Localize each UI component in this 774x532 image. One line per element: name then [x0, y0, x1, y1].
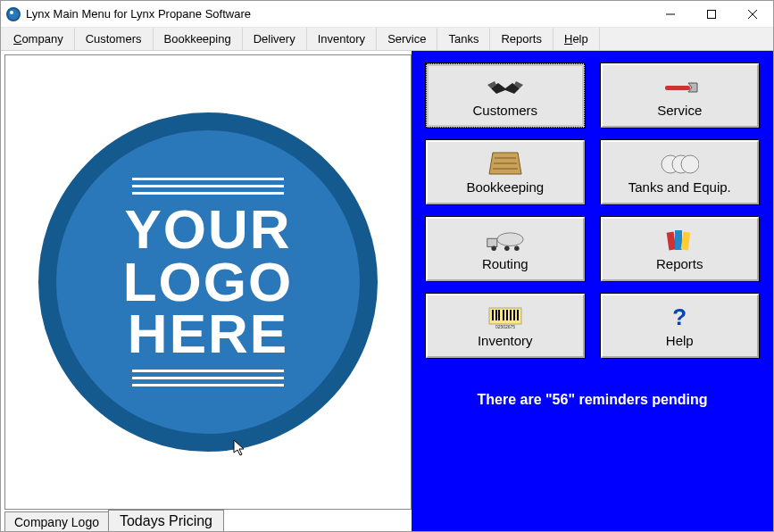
main-area: YOUR LOGO HERE Company Logo Todays Prici… — [1, 51, 773, 532]
handshake-icon — [486, 74, 525, 101]
svg-rect-20 — [675, 230, 682, 250]
help-button[interactable]: ? Help — [601, 294, 760, 358]
reports-button-label: Reports — [656, 256, 703, 271]
bookkeeping-button[interactable]: Bookkeeping — [426, 140, 585, 204]
routing-button-label: Routing — [482, 256, 528, 271]
logo-text-line3: HERE — [123, 308, 294, 361]
tab-company-logo[interactable]: Company Logo — [4, 511, 109, 532]
svg-rect-3 — [708, 10, 716, 18]
barcode-icon: 02502675 — [486, 304, 525, 331]
service-button[interactable]: Service — [601, 63, 760, 128]
svg-point-18 — [514, 245, 520, 251]
service-button-label: Service — [657, 103, 702, 118]
svg-point-15 — [497, 232, 523, 245]
svg-point-1 — [10, 11, 13, 14]
menu-reports[interactable]: Reports — [490, 28, 553, 50]
menu-bar: Company Customers Bookkeeping Delivery I… — [1, 28, 773, 51]
bookkeeping-button-label: Bookkeeping — [466, 179, 544, 195]
books-icon — [660, 228, 699, 254]
logo-text-line1: YOUR — [123, 204, 294, 256]
customers-button[interactable]: Customers — [426, 63, 585, 128]
tanks-button-label: Tanks and Equip. — [628, 179, 731, 195]
title-bar: Lynx Main Menu for Lynx Propane Software — [1, 1, 773, 28]
menu-service[interactable]: Service — [377, 28, 437, 50]
svg-rect-19 — [667, 231, 677, 250]
window-title: Lynx Main Menu for Lynx Propane Software — [26, 7, 251, 21]
close-button[interactable] — [732, 1, 773, 28]
maximize-button[interactable] — [691, 1, 732, 28]
help-button-label: Help — [666, 333, 694, 348]
menu-bookkeeping[interactable]: Bookkeeping — [154, 28, 243, 50]
inventory-button[interactable]: 02502675 Inventory — [426, 294, 585, 358]
logo-placeholder: YOUR LOGO HERE — [38, 112, 378, 452]
svg-point-13 — [681, 155, 699, 173]
menu-tanks[interactable]: Tanks — [437, 28, 490, 50]
tanks-button[interactable]: Tanks and Equip. — [601, 140, 760, 204]
svg-point-17 — [504, 245, 510, 251]
status-text: There are "56" reminders pending — [420, 392, 764, 408]
routing-button[interactable]: Routing — [426, 217, 585, 281]
logo-text: YOUR LOGO HERE — [123, 204, 294, 362]
svg-rect-6 — [665, 86, 690, 90]
truck-icon — [486, 228, 525, 254]
left-tabs: Company Logo Todays Pricing — [4, 510, 412, 532]
logo-box: YOUR LOGO HERE — [4, 54, 412, 510]
menu-customers[interactable]: Customers — [75, 28, 154, 50]
logo-lines-top — [132, 178, 284, 195]
menu-company[interactable]: Company — [3, 28, 75, 50]
right-panel: Customers Service Bookkeeping Tanks and … — [412, 51, 773, 532]
svg-rect-22 — [489, 308, 521, 324]
customers-button-label: Customers — [472, 103, 537, 118]
svg-point-16 — [491, 245, 496, 251]
logo-text-line2: LOGO — [123, 256, 294, 309]
svg-text:02502675: 02502675 — [495, 324, 515, 329]
svg-point-0 — [7, 8, 20, 21]
reports-button[interactable]: Reports — [601, 217, 760, 281]
app-icon — [6, 7, 21, 21]
menu-inventory[interactable]: Inventory — [307, 28, 377, 50]
logo-lines-bottom — [132, 370, 284, 387]
minimize-button[interactable] — [650, 1, 691, 28]
inventory-button-label: Inventory — [478, 333, 533, 348]
button-grid: Customers Service Bookkeeping Tanks and … — [420, 63, 764, 358]
ledger-icon — [486, 151, 525, 178]
wrench-icon — [660, 74, 699, 101]
tab-todays-pricing[interactable]: Todays Pricing — [108, 510, 224, 532]
svg-rect-14 — [487, 238, 497, 246]
question-icon: ? — [660, 304, 699, 331]
svg-rect-21 — [681, 231, 691, 250]
left-panel: YOUR LOGO HERE Company Logo Todays Prici… — [1, 51, 412, 532]
menu-delivery[interactable]: Delivery — [243, 28, 307, 50]
menu-help[interactable]: Help — [553, 28, 600, 50]
tanks-icon — [660, 151, 699, 178]
